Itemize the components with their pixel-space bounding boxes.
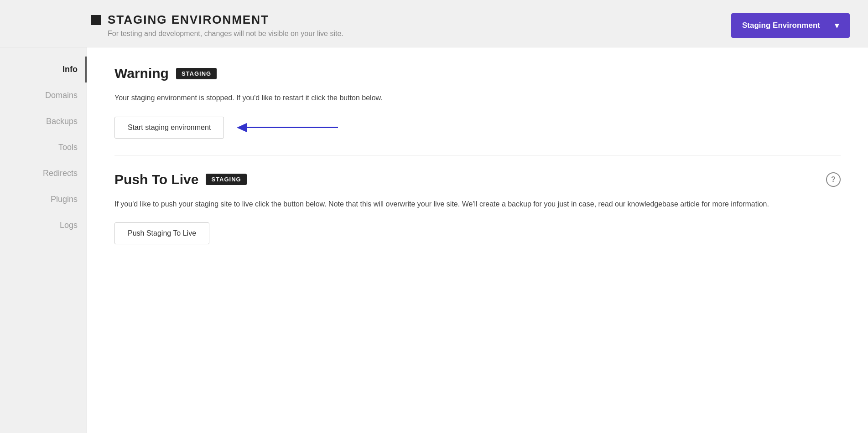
sidebar-item-redirects[interactable]: Redirects xyxy=(0,160,87,186)
title-row: STAGING ENVIRONMENT xyxy=(91,13,343,27)
sidebar-item-label: Backups xyxy=(46,117,78,126)
staging-square-icon xyxy=(91,15,101,25)
sidebar-item-tools[interactable]: Tools xyxy=(0,134,87,160)
push-section-header-left: Push To Live STAGING xyxy=(114,172,247,187)
env-dropdown-label: Staging Environment xyxy=(742,21,820,30)
sidebar: Info Domains Backups Tools Redirects Plu… xyxy=(0,47,87,433)
push-section-header: Push To Live STAGING ? xyxy=(114,172,841,187)
top-header: STAGING ENVIRONMENT For testing and deve… xyxy=(0,0,868,47)
arrow-line xyxy=(238,127,338,128)
sidebar-item-backups[interactable]: Backups xyxy=(0,108,87,134)
start-button-row: Start staging environment xyxy=(114,117,841,139)
section-divider xyxy=(114,155,841,155)
warning-body: Your staging environment is stopped. If … xyxy=(114,92,841,104)
sidebar-item-plugins[interactable]: Plugins xyxy=(0,186,87,212)
help-icon[interactable]: ? xyxy=(826,172,841,187)
arrow-annotation xyxy=(238,127,338,128)
start-staging-button[interactable]: Start staging environment xyxy=(114,117,224,139)
environment-dropdown[interactable]: Staging Environment ▾ xyxy=(731,13,850,38)
sidebar-item-label: Domains xyxy=(45,91,78,100)
push-body: If you'd like to push your staging site … xyxy=(114,198,841,210)
sidebar-item-label: Logs xyxy=(60,221,78,230)
push-to-live-section: Push To Live STAGING ? If you'd like to … xyxy=(114,172,841,245)
main-content: Warning STAGING Your staging environment… xyxy=(87,47,868,433)
page-title: STAGING ENVIRONMENT xyxy=(108,13,269,27)
warning-title: Warning xyxy=(114,66,169,81)
push-staging-to-live-button[interactable]: Push Staging To Live xyxy=(114,222,209,244)
chevron-down-icon: ▾ xyxy=(835,21,839,31)
sidebar-item-info[interactable]: Info xyxy=(0,57,87,82)
push-staging-badge: STAGING xyxy=(206,174,246,185)
sidebar-item-label: Info xyxy=(62,65,78,74)
arrow-head-icon xyxy=(237,123,247,132)
sidebar-item-logs[interactable]: Logs xyxy=(0,212,87,238)
page-subtitle: For testing and development, changes wil… xyxy=(108,30,343,38)
sidebar-item-label: Plugins xyxy=(51,195,78,204)
sidebar-item-label: Redirects xyxy=(43,169,78,178)
warning-section: Warning STAGING Your staging environment… xyxy=(114,66,841,139)
warning-section-header: Warning STAGING xyxy=(114,66,841,81)
main-layout: Info Domains Backups Tools Redirects Plu… xyxy=(0,47,868,433)
sidebar-item-label: Tools xyxy=(58,143,78,152)
sidebar-item-domains[interactable]: Domains xyxy=(0,82,87,108)
push-title: Push To Live xyxy=(114,172,198,187)
header-left: STAGING ENVIRONMENT For testing and deve… xyxy=(91,13,343,38)
warning-staging-badge: STAGING xyxy=(176,68,217,79)
